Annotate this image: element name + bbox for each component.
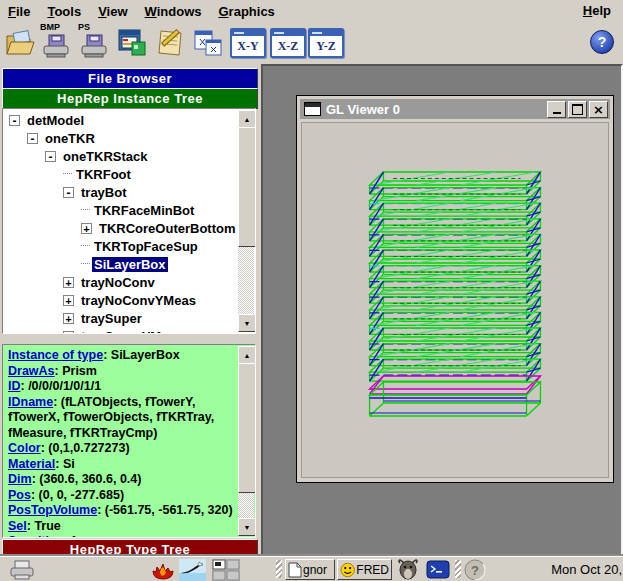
view-xy-button[interactable]: X-Y xyxy=(230,28,266,58)
minimize-button[interactable] xyxy=(547,101,566,118)
tree-toggle-icon[interactable]: - xyxy=(45,151,56,162)
fire-task-button[interactable] xyxy=(150,559,176,580)
scroll-down-icon[interactable]: ▼ xyxy=(238,314,256,332)
menu-help[interactable]: Help xyxy=(583,3,611,18)
instance-tree: -detModel-oneTKR-oneTKRStackTKRFoot-tray… xyxy=(2,108,256,334)
help-icon: ? xyxy=(598,34,607,50)
save-ps-button[interactable]: PS xyxy=(76,25,112,61)
scroll-up-icon[interactable]: ▲ xyxy=(238,110,256,128)
tree-toggle-icon[interactable]: + xyxy=(63,277,74,288)
info-label-link[interactable]: Dim xyxy=(8,472,32,486)
tree-item-oneTKR[interactable]: -oneTKR xyxy=(3,129,255,147)
info-label-link[interactable]: PosTopVolume xyxy=(8,503,97,517)
scroll-up-icon[interactable]: ▲ xyxy=(238,346,256,364)
swoosh-icon xyxy=(179,559,206,581)
tree-item-TKRFaceMinBot[interactable]: TKRFaceMinBot xyxy=(3,201,255,219)
clock: Mon Oct 20, xyxy=(551,562,622,577)
tree-item-trayNoConv[interactable]: +trayNoConv xyxy=(3,273,255,291)
instance-info-panel: Instance of type: SiLayerBoxDrawAs: Pris… xyxy=(2,344,256,538)
instance-tree-header[interactable]: HepRep Instance Tree xyxy=(2,88,258,109)
terminal-task-button[interactable] xyxy=(426,559,450,580)
info-label-link[interactable]: Color xyxy=(8,441,41,455)
menu-windows[interactable]: Windows xyxy=(145,4,202,19)
tree-connector xyxy=(81,209,90,211)
tree-item-trayBot[interactable]: -trayBot xyxy=(3,183,255,201)
tree-item-oneTKRStack[interactable]: -oneTKRStack xyxy=(3,147,255,165)
info-label-link[interactable]: Instance of type xyxy=(8,348,103,362)
window-grid-icon xyxy=(212,559,240,581)
tree-item-TKRFoot[interactable]: TKRFoot xyxy=(3,165,255,183)
info-body: Instance of type: SiLayerBoxDrawAs: Pris… xyxy=(3,345,238,538)
view-yz-button[interactable]: Y-Z xyxy=(308,28,344,58)
app-root: { "menu": { "items": ["File", "Tools", "… xyxy=(0,0,623,581)
help-button[interactable]: ? xyxy=(590,30,614,54)
view-xz-button[interactable]: X-Z xyxy=(270,28,306,58)
gl-viewport[interactable] xyxy=(301,122,609,478)
taskbar-help-button[interactable]: ? xyxy=(463,559,487,580)
tree-scrollbar[interactable]: ▲ ▼ xyxy=(238,110,254,332)
maximize-button[interactable] xyxy=(568,101,587,118)
info-row-sel: Sel: True xyxy=(8,519,236,535)
tree-toggle-icon[interactable]: - xyxy=(27,133,38,144)
ignore-window-button[interactable]: gnor xyxy=(285,559,335,580)
swim-task-button[interactable] xyxy=(179,559,206,580)
control-panel-button[interactable] xyxy=(114,25,150,61)
fire-icon xyxy=(150,559,176,581)
save-bmp-button[interactable]: BMP xyxy=(38,25,74,61)
tree-item-traySuper[interactable]: +traySuper xyxy=(3,309,255,327)
tree-item-TKRTopFaceSup[interactable]: TKRTopFaceSup xyxy=(3,237,255,255)
menu-bar: FileToolsViewWindowsGraphics Help xyxy=(0,0,623,22)
file-browser-header[interactable]: File Browser xyxy=(2,68,258,89)
toolbar: BMP PS xyxy=(0,22,623,64)
tree-item-TKRCoreOuterBottom[interactable]: +TKRCoreOuterBottom xyxy=(3,219,255,237)
gnu-task-button[interactable] xyxy=(396,559,420,580)
tree-item-detModel[interactable]: -detModel xyxy=(3,111,255,129)
tree-scroll-thumb[interactable] xyxy=(238,127,256,247)
tree-toggle-icon[interactable]: + xyxy=(63,295,74,306)
info-label-link[interactable]: Material xyxy=(8,457,55,471)
layout-task-button[interactable] xyxy=(212,559,240,580)
gl-viewer-window[interactable]: GL Viewer 0 × xyxy=(296,95,614,483)
info-label-link[interactable]: DrawAs xyxy=(8,364,55,378)
tree-label: trayNoConv xyxy=(79,275,157,290)
tree-item-trayNoConvYMeas[interactable]: +trayNoConvYMeas xyxy=(3,291,255,309)
tree-toggle-icon[interactable]: + xyxy=(81,223,92,234)
tree-rows: -detModel-oneTKR-oneTKRStackTKRFoot-tray… xyxy=(3,109,255,334)
info-label-link[interactable]: ID xyxy=(8,379,21,393)
info-scroll-thumb[interactable] xyxy=(238,363,256,493)
tree-toggle-icon[interactable]: + xyxy=(63,313,74,324)
info-label-link[interactable]: Pos xyxy=(8,488,31,502)
scroll-down-icon[interactable]: ▼ xyxy=(238,518,256,536)
question-icon: ? xyxy=(463,558,487,581)
tree-item-SiLayerBox[interactable]: SiLayerBox xyxy=(3,255,255,273)
taskbar-separator[interactable] xyxy=(276,560,282,578)
taskbar-separator[interactable] xyxy=(455,560,461,578)
control-panel-icon xyxy=(116,28,148,58)
menu-view[interactable]: View xyxy=(98,4,127,19)
menu-graphics[interactable]: Graphics xyxy=(218,4,274,19)
fred-window-button[interactable]: FRED xyxy=(337,559,392,580)
tree-item-traySuperYMeas[interactable]: +traySuperYMeas xyxy=(3,327,255,334)
instance-tree-header-label: HepRep Instance Tree xyxy=(57,91,203,106)
tree-toggle-icon[interactable]: - xyxy=(9,115,20,126)
menu-tools[interactable]: Tools xyxy=(47,4,81,19)
info-label-link[interactable]: Sensitive xyxy=(8,534,63,538)
horizontal-splitter[interactable] xyxy=(0,335,258,344)
info-label-link[interactable]: Sel xyxy=(8,519,27,533)
menu-file[interactable]: File xyxy=(8,4,30,19)
tree-toggle-icon[interactable]: - xyxy=(63,187,74,198)
tree-label: TKRTopFaceSup xyxy=(92,239,200,254)
tree-label: detModel xyxy=(25,113,86,128)
windows-button[interactable] xyxy=(190,25,226,61)
file-browser-header-label: File Browser xyxy=(88,71,172,86)
tree-label: oneTKR xyxy=(43,131,97,146)
tree-toggle-icon[interactable]: + xyxy=(63,331,74,335)
window-icon xyxy=(304,102,321,116)
notes-button[interactable] xyxy=(152,25,188,61)
info-scrollbar[interactable]: ▲ ▼ xyxy=(238,346,254,536)
gl-viewer-titlebar[interactable]: GL Viewer 0 × xyxy=(300,99,610,119)
open-file-button[interactable] xyxy=(2,25,38,61)
close-button[interactable]: × xyxy=(589,101,608,118)
print-task-button[interactable] xyxy=(8,559,36,580)
info-label-link[interactable]: IDname xyxy=(8,395,53,409)
